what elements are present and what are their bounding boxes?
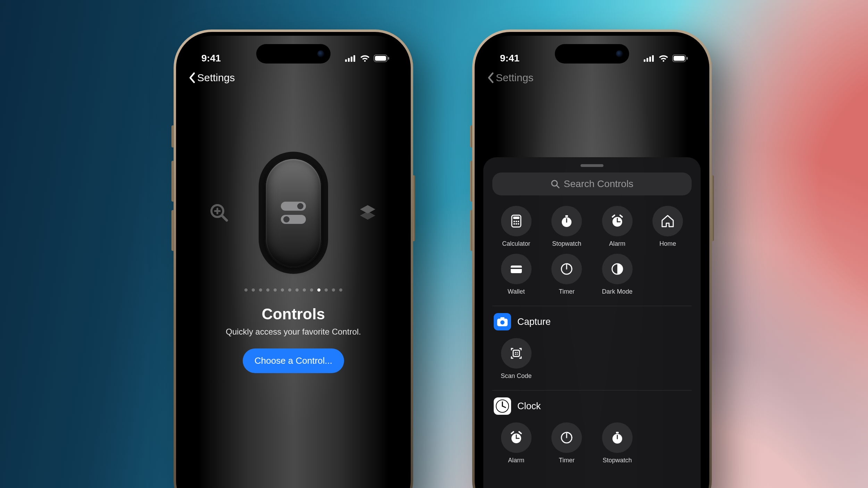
scan-icon bbox=[501, 338, 532, 369]
control-label: Stopwatch bbox=[552, 240, 581, 247]
chevron-left-icon bbox=[487, 72, 495, 84]
chevron-left-icon bbox=[188, 72, 197, 84]
clock-icon bbox=[494, 397, 511, 415]
control-label: Alarm bbox=[508, 457, 524, 464]
svg-point-14 bbox=[283, 216, 290, 222]
choose-control-button[interactable]: Choose a Control... bbox=[243, 348, 344, 373]
control-alarm[interactable]: Alarm bbox=[594, 206, 641, 247]
dynamic-island bbox=[256, 44, 331, 64]
search-placeholder: Search Controls bbox=[564, 178, 634, 190]
svg-rect-3 bbox=[353, 55, 355, 62]
control-alarm[interactable]: Alarm bbox=[493, 422, 540, 464]
alarm-icon bbox=[501, 422, 532, 453]
screen-title: Controls bbox=[262, 305, 325, 323]
darkmode-icon bbox=[602, 254, 633, 284]
svg-rect-15 bbox=[644, 59, 645, 62]
shortcuts-icon[interactable] bbox=[357, 202, 379, 224]
back-label: Settings bbox=[496, 72, 533, 84]
svg-rect-0 bbox=[345, 59, 347, 62]
control-home[interactable]: Home bbox=[645, 206, 691, 247]
svg-rect-16 bbox=[646, 58, 648, 62]
control-label: Timer bbox=[559, 288, 575, 295]
svg-rect-20 bbox=[674, 56, 685, 61]
stopwatch-icon bbox=[602, 422, 633, 453]
phone-right: 9:41 Settings Search Controls Calculator… bbox=[472, 30, 712, 488]
control-label: Dark Mode bbox=[602, 288, 633, 295]
timer-icon bbox=[551, 254, 582, 284]
alarm-icon bbox=[602, 206, 633, 236]
section-grid: Scan Code bbox=[492, 338, 692, 380]
magnifier-icon[interactable] bbox=[208, 202, 230, 224]
home-icon bbox=[652, 206, 683, 236]
section-header-clock: Clock bbox=[494, 397, 692, 415]
dynamic-island bbox=[555, 44, 629, 64]
page-dots[interactable] bbox=[244, 288, 342, 292]
cellular-icon bbox=[345, 55, 356, 62]
svg-rect-18 bbox=[652, 55, 654, 62]
timer-icon bbox=[551, 422, 582, 453]
featured-controls-grid: CalculatorStopwatchAlarmHomeWalletTimerD… bbox=[492, 206, 692, 295]
control-stopwatch[interactable]: Stopwatch bbox=[544, 206, 590, 247]
stopwatch-icon bbox=[551, 206, 582, 236]
status-time: 9:41 bbox=[201, 53, 221, 64]
wifi-icon bbox=[658, 54, 669, 62]
svg-line-23 bbox=[557, 185, 559, 188]
control-label: Scan Code bbox=[501, 372, 532, 380]
cellular-icon bbox=[644, 55, 655, 62]
battery-icon bbox=[374, 54, 390, 62]
control-calculator[interactable]: Calculator bbox=[493, 206, 540, 247]
back-label: Settings bbox=[197, 72, 235, 84]
action-button-pill bbox=[265, 158, 322, 268]
control-label: Wallet bbox=[508, 288, 525, 295]
sheet-grabber[interactable] bbox=[581, 164, 603, 167]
control-scan[interactable]: Scan Code bbox=[493, 338, 540, 380]
svg-rect-21 bbox=[686, 57, 688, 60]
control-wallet[interactable]: Wallet bbox=[493, 254, 540, 295]
camera-icon bbox=[494, 313, 511, 330]
back-button[interactable]: Settings bbox=[188, 72, 235, 84]
control-label: Calculator bbox=[502, 240, 530, 247]
toggles-icon bbox=[279, 200, 308, 226]
calculator-icon bbox=[501, 206, 532, 236]
control-label: Stopwatch bbox=[603, 457, 632, 464]
back-button[interactable]: Settings bbox=[487, 72, 533, 84]
control-stopwatch[interactable]: Stopwatch bbox=[594, 422, 641, 464]
search-controls-input[interactable]: Search Controls bbox=[492, 173, 692, 195]
battery-icon bbox=[672, 54, 688, 62]
section-header-capture: Capture bbox=[494, 313, 692, 330]
wallet-icon bbox=[501, 254, 532, 284]
wifi-icon bbox=[360, 54, 370, 62]
status-time: 9:41 bbox=[500, 53, 519, 64]
section-grid: AlarmTimerStopwatch bbox=[492, 422, 692, 464]
svg-rect-2 bbox=[351, 57, 352, 62]
svg-rect-5 bbox=[375, 56, 386, 61]
control-timer[interactable]: Timer bbox=[544, 422, 590, 464]
controls-sheet[interactable]: Search Controls CalculatorStopwatchAlarm… bbox=[483, 157, 701, 488]
svg-rect-6 bbox=[388, 57, 389, 60]
svg-rect-1 bbox=[348, 58, 350, 62]
control-label: Alarm bbox=[609, 240, 625, 247]
control-label: Timer bbox=[559, 457, 575, 464]
search-icon bbox=[551, 179, 560, 188]
svg-point-12 bbox=[297, 203, 303, 209]
control-timer[interactable]: Timer bbox=[544, 254, 590, 295]
control-label: Home bbox=[659, 240, 676, 247]
svg-line-8 bbox=[222, 216, 227, 220]
svg-rect-17 bbox=[649, 57, 651, 62]
phone-left: 9:41 Settings bbox=[174, 30, 413, 488]
control-darkmode[interactable]: Dark Mode bbox=[594, 254, 641, 295]
screen-subtitle: Quickly access your favorite Control. bbox=[226, 327, 361, 337]
